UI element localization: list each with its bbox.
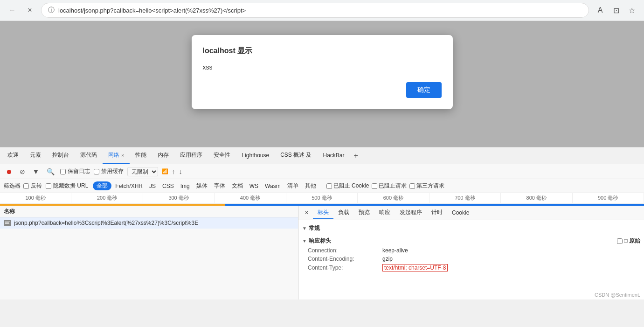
header-content-type-key: Content-Type:	[308, 264, 382, 271]
filter-other-button[interactable]: 其他	[302, 181, 319, 190]
detail-tab-response[interactable]: 响应	[374, 207, 395, 219]
devtools-tab-memory[interactable]: 内存	[152, 147, 174, 164]
response-headers-section: ▼ 响应标头 □ 原始 Connection: keep-alive	[302, 236, 640, 272]
filter-wasm-button[interactable]: Wasm	[262, 182, 284, 190]
svg-rect-2	[5, 223, 9, 223]
filter-manifest-button[interactable]: 清单	[284, 181, 301, 190]
detail-tab-cookies[interactable]: Cookie	[447, 208, 474, 219]
devtools-tab-welcome[interactable]: 欢迎	[2, 147, 24, 164]
filter-ws-button[interactable]: WS	[247, 182, 261, 190]
filter-media-button[interactable]: 媒体	[194, 181, 210, 190]
devtools-add-tab-button[interactable]: +	[350, 150, 362, 162]
blocked-requests-checkbox[interactable]	[372, 183, 377, 189]
detail-panel: × 标头 负载 预览 响应 发起程序 计时 Cookie ▼ 常规	[298, 206, 644, 299]
devtools-tab-network[interactable]: 网络 ×	[103, 147, 130, 164]
browser-chrome: ← × ⓘ localhost/jsonp.php?callback=hello…	[0, 0, 644, 21]
close-button[interactable]: ×	[23, 4, 36, 17]
detail-tab-payload[interactable]: 负载	[333, 207, 354, 219]
raw-checkbox[interactable]	[617, 238, 623, 244]
disable-cache-label[interactable]: 禁用缓存	[94, 167, 124, 175]
search-button[interactable]: 🔍	[45, 167, 56, 176]
filter-toggle-button[interactable]: ▼	[31, 167, 41, 176]
devtools-tab-security[interactable]: 安全性	[208, 147, 236, 164]
network-toolbar: ⏺ ⊘ ▼ 🔍 保留日志 禁用缓存 无限制 📶 ↑ ↓	[0, 164, 644, 179]
devtools-tab-css-overview[interactable]: CSS 概述 及	[275, 147, 317, 164]
nav-bar: ← × ⓘ localhost/jsonp.php?callback=hello…	[0, 0, 644, 21]
upload-icon: ↑	[172, 168, 175, 175]
devtools-tab-performance[interactable]: 性能	[130, 147, 152, 164]
filter-js-button[interactable]: JS	[146, 182, 159, 190]
filter-css-button[interactable]: CSS	[159, 182, 177, 190]
file-list-item[interactable]: jsonp.php?callback=hello%3Cscript%3Ealer…	[0, 217, 298, 229]
file-list-header: 名称	[0, 206, 298, 217]
header-connection-key: Connection:	[308, 247, 382, 254]
raw-checkbox-label[interactable]: □ 原始	[617, 237, 640, 245]
network-content: 名称 jsonp.php?callback=hello%3Cscript%3Ea…	[0, 206, 644, 299]
file-name: jsonp.php?callback=hello%3Cscript%3Ealer…	[14, 220, 198, 226]
section-general-label: 常规	[309, 224, 320, 232]
timeline-bar: 100 毫秒 200 毫秒 300 毫秒 400 毫秒 500 毫秒 600 毫…	[0, 193, 644, 203]
clear-button[interactable]: ⊘	[18, 167, 27, 176]
filter-label: 筛选器	[4, 182, 21, 190]
devtools-tab-lighthouse[interactable]: Lighthouse	[236, 148, 275, 163]
header-encoding-row: Content-Encoding: gzip	[302, 255, 640, 263]
blocked-requests-label[interactable]: 已阻止请求	[372, 182, 407, 190]
back-button[interactable]: ←	[6, 4, 19, 17]
devtools-tab-console[interactable]: 控制台	[47, 147, 75, 164]
header-connection-row: Connection: keep-alive	[302, 246, 640, 255]
timeline-100ms: 100 毫秒	[0, 193, 71, 203]
devtools-tab-sources[interactable]: 源代码	[75, 147, 103, 164]
third-party-checkbox[interactable]	[409, 183, 415, 189]
filter-type-buttons: 全部 Fetch/XHR JS CSS Img 媒体 字体 文档 WS Wasm…	[93, 181, 319, 190]
filter-doc-button[interactable]: 文档	[229, 181, 246, 190]
detail-tab-initiator[interactable]: 发起程序	[395, 207, 427, 219]
devtools-tabs: 欢迎 元素 控制台 源代码 网络 × 性能 内存 应用程序 安全性 Lighth…	[0, 147, 644, 164]
reverse-checkbox[interactable]	[23, 183, 29, 189]
watermark: CSDN @Sentiment.	[595, 292, 640, 298]
network-tab-close-icon[interactable]: ×	[121, 153, 124, 158]
disable-cache-checkbox[interactable]	[94, 169, 99, 174]
hide-data-url-label[interactable]: 隐藏数据 URL	[46, 182, 88, 190]
header-content-type-value: text/html; charset=UTF-8	[382, 264, 448, 271]
throttle-select[interactable]: 无限制	[127, 167, 158, 176]
file-list-panel: 名称 jsonp.php?callback=hello%3Cscript%3Ea…	[0, 206, 298, 299]
devtools-tab-application[interactable]: 应用程序	[174, 147, 208, 164]
header-encoding-value: gzip	[382, 256, 393, 262]
info-icon: ⓘ	[48, 6, 55, 14]
timeline-300ms: 300 毫秒	[143, 193, 215, 203]
section-response-label: 响应标头	[309, 237, 331, 245]
detail-tab-timing[interactable]: 计时	[427, 207, 447, 219]
alert-box: localhost 显示 xss 确定	[192, 35, 453, 109]
devtools-tab-hackbar[interactable]: HackBar	[318, 148, 350, 163]
alert-ok-button[interactable]: 确定	[406, 82, 442, 98]
progress-bar-blue	[225, 204, 644, 206]
header-content-type-row: Content-Type: text/html; charset=UTF-8	[302, 263, 640, 272]
section-general-header[interactable]: ▼ 常规	[302, 223, 640, 234]
progress-bar-orange	[0, 204, 225, 206]
detail-tab-preview[interactable]: 预览	[354, 207, 374, 219]
preserve-log-checkbox[interactable]	[60, 169, 66, 174]
hide-data-url-checkbox[interactable]	[46, 183, 51, 189]
third-party-label[interactable]: 第三方请求	[409, 182, 444, 190]
split-view-button[interactable]: ⊡	[609, 4, 623, 17]
filter-font-button[interactable]: 字体	[211, 181, 228, 190]
detail-close-button[interactable]: ×	[300, 208, 313, 219]
devtools-tab-elements[interactable]: 元素	[24, 147, 47, 164]
detail-tabs: × 标头 负载 预览 响应 发起程序 计时 Cookie	[298, 206, 644, 220]
address-bar[interactable]: ⓘ localhost/jsonp.php?callback=hello<scr…	[41, 3, 589, 18]
alert-footer: 确定	[203, 82, 442, 98]
bookmark-button[interactable]: ☆	[625, 4, 638, 17]
font-size-button[interactable]: A	[594, 4, 607, 17]
reverse-label[interactable]: 反转	[23, 182, 42, 190]
record-button[interactable]: ⏺	[4, 167, 14, 176]
preserve-log-label[interactable]: 保留日志	[60, 167, 90, 175]
filter-checkboxes: 反转 隐藏数据 URL	[23, 182, 88, 190]
blocked-cookies-label[interactable]: 已阻止 Cookie	[326, 182, 369, 190]
detail-tab-headers[interactable]: 标头	[313, 207, 333, 219]
section-response-header: ▼ 响应标头 □ 原始	[302, 236, 640, 246]
filter-fetch-xhr-button[interactable]: Fetch/XHR	[112, 182, 145, 190]
filter-all-button[interactable]: 全部	[93, 181, 111, 190]
filter-img-button[interactable]: Img	[178, 182, 193, 190]
blocked-cookies-checkbox[interactable]	[326, 183, 332, 189]
timeline-400ms: 400 毫秒	[215, 193, 286, 203]
